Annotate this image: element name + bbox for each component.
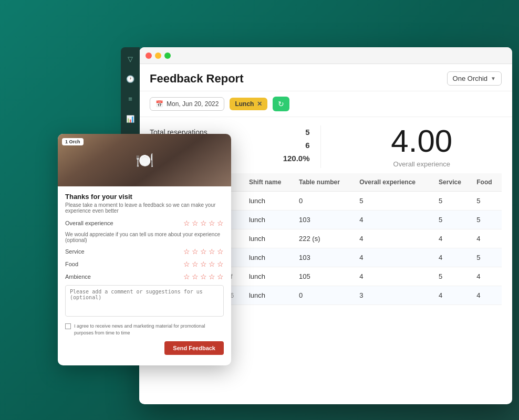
star-3[interactable]: ☆ <box>200 219 207 227</box>
svc-star-2[interactable]: ☆ <box>192 247 199 256</box>
cell-service: 5 <box>434 267 472 286</box>
stats-right: 4.00 Overall experience <box>321 125 502 168</box>
cell-overall: 4 <box>355 267 434 286</box>
cell-overall: 3 <box>355 286 434 305</box>
star-4[interactable]: ☆ <box>209 219 215 227</box>
food-rating-label: Food <box>65 261 78 267</box>
overall-score-label: Overall experience <box>393 160 450 168</box>
total-reservations-value: 5 <box>305 128 309 136</box>
cell-table: 222 (s) <box>295 229 355 248</box>
col-overall: Overall experience <box>355 173 434 192</box>
cell-overall: 4 <box>355 229 434 248</box>
amb-star-3[interactable]: ☆ <box>200 272 207 281</box>
with-feedback-value: 120.0% <box>283 154 310 163</box>
send-feedback-button[interactable]: Send Feedback <box>164 341 224 355</box>
sidebar-icon-clock[interactable]: 🕐 <box>125 74 136 84</box>
consent-text: I agree to receive news and marketing ma… <box>74 323 224 336</box>
cell-service: 4 <box>434 286 472 305</box>
svc-star-3[interactable]: ☆ <box>200 247 207 256</box>
modal-logo: 1 Orch <box>62 138 84 145</box>
amb-star-5[interactable]: ☆ <box>217 272 224 281</box>
cell-food: 4 <box>472 286 502 305</box>
sidebar-icon-logo[interactable]: ▽ <box>125 54 136 64</box>
food-star-4[interactable]: ☆ <box>209 260 215 268</box>
traffic-light-red[interactable] <box>146 52 152 59</box>
cell-food: 5 <box>472 211 502 229</box>
amb-star-2[interactable]: ☆ <box>192 272 199 281</box>
star-5[interactable]: ☆ <box>217 219 224 227</box>
col-food: Food <box>472 173 502 192</box>
consent-row: I agree to receive news and marketing ma… <box>65 323 224 336</box>
cell-service: 4 <box>434 248 472 267</box>
cell-overall: 4 <box>355 211 434 229</box>
food-star-1[interactable]: ☆ <box>183 260 190 268</box>
window-header: Feedback Report One Orchid ▼ <box>139 64 512 91</box>
service-rating-row: Service ☆ ☆ ☆ ☆ ☆ <box>65 247 224 256</box>
cell-service: 4 <box>434 229 472 248</box>
cell-table: 103 <box>295 248 355 267</box>
col-table: Table number <box>295 173 355 192</box>
sidebar-icon-chart[interactable]: 📊 <box>125 113 136 124</box>
cell-food: 4 <box>472 267 502 286</box>
col-shift: Shift name <box>245 173 295 192</box>
page-title: Feedback Report <box>150 72 437 86</box>
overall-stars[interactable]: ☆ ☆ ☆ ☆ ☆ <box>183 219 224 227</box>
modal-hero-image: 🍽️ 1 Orch <box>58 134 231 186</box>
star-2[interactable]: ☆ <box>192 219 199 227</box>
cell-service: 5 <box>434 211 472 229</box>
traffic-light-green[interactable] <box>164 52 171 59</box>
location-dropdown[interactable]: One Orchid ▼ <box>447 71 502 86</box>
shift-tag: Lunch ✕ <box>230 98 267 110</box>
food-rating-row: Food ☆ ☆ ☆ ☆ ☆ <box>65 260 224 268</box>
cell-shift: lunch <box>245 211 295 229</box>
sidebar-icon-menu[interactable]: ≡ <box>125 93 136 104</box>
modal-title: Thanks for your visit <box>65 193 224 201</box>
cell-shift: lunch <box>245 248 295 267</box>
cell-shift: lunch <box>245 267 295 286</box>
col-service: Service <box>434 173 472 192</box>
date-filter[interactable]: 📅 Mon, Jun 20, 2022 <box>150 97 224 111</box>
titlebar <box>139 47 512 64</box>
svc-star-5[interactable]: ☆ <box>217 247 224 256</box>
cell-food: 4 <box>472 229 502 248</box>
cell-shift: lunch <box>245 286 295 305</box>
ambience-stars[interactable]: ☆ ☆ ☆ ☆ ☆ <box>183 272 224 281</box>
shift-tag-close[interactable]: ✕ <box>257 100 262 108</box>
star-1[interactable]: ☆ <box>183 219 190 227</box>
refresh-button[interactable]: ↻ <box>273 97 289 111</box>
amb-star-4[interactable]: ☆ <box>209 272 215 281</box>
food-star-3[interactable]: ☆ <box>200 260 207 268</box>
chevron-down-icon: ▼ <box>491 76 496 81</box>
overall-rating-row: Overall experience ☆ ☆ ☆ ☆ ☆ <box>65 219 224 227</box>
overall-rating-label: Overall experience <box>65 220 113 226</box>
cell-overall: 5 <box>355 192 434 211</box>
optional-prompt: We would appreciate if you can tell us m… <box>65 232 224 243</box>
service-stars[interactable]: ☆ ☆ ☆ ☆ ☆ <box>183 247 224 256</box>
cell-overall: 4 <box>355 248 434 267</box>
location-label: One Orchid <box>453 75 487 82</box>
feedback-modal: 🍽️ 1 Orch Thanks for your visit Please t… <box>58 134 231 365</box>
hero-img: 🍽️ <box>58 134 231 186</box>
calendar-icon: 📅 <box>155 100 163 108</box>
cell-table: 103 <box>295 211 355 229</box>
cell-table: 105 <box>295 267 355 286</box>
food-stars[interactable]: ☆ ☆ ☆ ☆ ☆ <box>183 260 224 268</box>
food-star-5[interactable]: ☆ <box>217 260 224 268</box>
shift-label: Lunch <box>235 100 254 108</box>
svc-star-1[interactable]: ☆ <box>183 247 190 256</box>
cell-food: 5 <box>472 248 502 267</box>
cell-shift: lunch <box>245 229 295 248</box>
filter-bar: 📅 Mon, Jun 20, 2022 Lunch ✕ ↻ <box>139 91 512 117</box>
amb-star-1[interactable]: ☆ <box>183 272 190 281</box>
traffic-light-yellow[interactable] <box>155 52 161 59</box>
cell-table: 0 <box>295 192 355 211</box>
modal-body: Thanks for your visit Please take a mome… <box>58 186 231 365</box>
cell-table: 0 <box>295 286 355 305</box>
svc-star-4[interactable]: ☆ <box>209 247 215 256</box>
consent-checkbox[interactable] <box>65 323 71 329</box>
ambience-rating-row: Ambience ☆ ☆ ☆ ☆ ☆ <box>65 272 224 281</box>
food-star-2[interactable]: ☆ <box>192 260 199 268</box>
feedbacks-value: 6 <box>305 141 309 150</box>
comment-textarea[interactable] <box>65 285 224 317</box>
overall-score: 4.00 <box>391 125 452 157</box>
